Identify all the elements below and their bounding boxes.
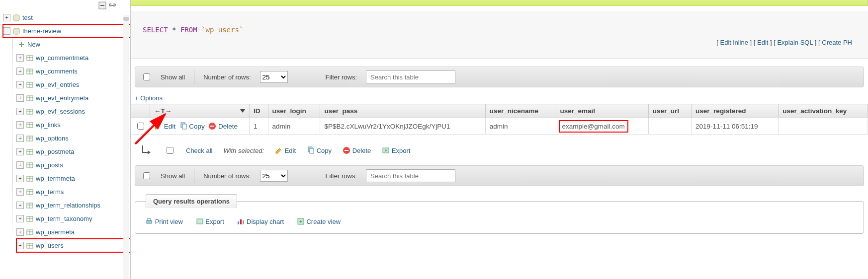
table-node[interactable]: +wp_usermeta: [16, 225, 130, 239]
options-toggle[interactable]: + Options: [135, 94, 163, 102]
table-icon: [26, 54, 34, 62]
show-all-checkbox[interactable]: [143, 172, 150, 179]
table-node[interactable]: +wp_terms: [16, 185, 130, 199]
table-label[interactable]: wp_usermeta: [36, 228, 75, 236]
create-php-link[interactable]: Create PH: [822, 39, 852, 46]
table-node[interactable]: +wp_postmeta: [16, 145, 130, 158]
collapse-icon[interactable]: [98, 1, 106, 9]
table-node[interactable]: +wp_term_taxonomy: [16, 212, 130, 225]
table-label[interactable]: wp_options: [36, 135, 69, 142]
row-delete-link[interactable]: Delete: [218, 123, 238, 130]
new-table-link[interactable]: New: [16, 38, 130, 51]
sort-desc-icon[interactable]: [240, 109, 245, 113]
num-rows-select[interactable]: 25: [260, 71, 288, 83]
table-node[interactable]: +wp_options: [16, 132, 130, 145]
expand-icon[interactable]: +: [16, 68, 24, 75]
display-chart-link[interactable]: Display chart: [247, 218, 284, 225]
link-icon[interactable]: [108, 1, 116, 9]
num-rows-select[interactable]: 25: [260, 170, 288, 182]
col-user_email[interactable]: user_email: [556, 104, 648, 118]
expand-icon[interactable]: +: [16, 81, 24, 88]
table-label[interactable]: wp_evf_entries: [36, 81, 79, 88]
col-user_registered[interactable]: user_registered: [692, 104, 779, 118]
expand-icon[interactable]: +: [16, 148, 24, 155]
filter-input[interactable]: [366, 169, 455, 182]
show-all-label: Show all: [161, 73, 185, 81]
table-icon: [26, 94, 34, 102]
expand-icon[interactable]: +: [16, 215, 24, 222]
table-label[interactable]: wp_posts: [36, 161, 63, 169]
table-node[interactable]: +wp_posts: [16, 158, 130, 172]
table-label[interactable]: wp_comments: [36, 68, 78, 75]
print-view-link[interactable]: Print view: [155, 218, 183, 225]
edit-inline-link[interactable]: Edit inline: [720, 39, 748, 46]
row-copy-link[interactable]: Copy: [189, 123, 205, 130]
cell-user_registered: 2019-11-11 06:51:19: [692, 118, 779, 135]
table-label[interactable]: wp_termmeta: [36, 175, 75, 182]
col-user_activation_key[interactable]: user_activation_key: [779, 104, 868, 118]
table-node[interactable]: +wp_termmeta: [16, 172, 130, 185]
col-id[interactable]: ID: [250, 104, 268, 118]
db-label[interactable]: test: [22, 14, 33, 21]
table-node-wp_users[interactable]: + wp_users: [16, 239, 130, 252]
table-label[interactable]: wp_users: [36, 242, 64, 249]
db-node-theme-review[interactable]: − theme-review: [3, 24, 130, 38]
expand-icon[interactable]: +: [16, 242, 24, 249]
table-label[interactable]: wp_term_relationships: [36, 202, 100, 209]
table-label[interactable]: wp_postmeta: [36, 148, 74, 155]
sql-query-box: SELECT * FROM `wp_users` [ Edit inline ]…: [131, 11, 868, 59]
check-all-checkbox[interactable]: [167, 147, 174, 154]
db-node-test[interactable]: + test: [3, 11, 130, 24]
expand-icon[interactable]: +: [16, 175, 24, 182]
col-user_login[interactable]: user_login: [268, 104, 320, 118]
table-node[interactable]: +wp_comments: [16, 65, 130, 78]
table-node[interactable]: +wp_evf_sessions: [16, 105, 130, 118]
expand-icon[interactable]: +: [16, 202, 24, 209]
create-view-link[interactable]: Create view: [306, 218, 341, 225]
col-user_nicename[interactable]: user_nicename: [485, 104, 556, 118]
table-node[interactable]: +wp_term_relationships: [16, 199, 130, 212]
table-label[interactable]: wp_terms: [36, 188, 64, 196]
table-label[interactable]: wp_evf_sessions: [36, 108, 85, 115]
db-label[interactable]: theme-review: [22, 27, 61, 35]
expand-icon[interactable]: +: [16, 161, 24, 169]
table-label[interactable]: wp_term_taxonomy: [36, 215, 92, 222]
select-arrow-icon: [140, 143, 154, 157]
main-panel: SELECT * FROM `wp_users` [ Edit inline ]…: [131, 0, 868, 279]
bulk-edit-link[interactable]: Edit: [285, 147, 296, 154]
bulk-export-link[interactable]: Export: [392, 147, 411, 154]
expand-icon[interactable]: +: [16, 188, 24, 196]
expand-icon[interactable]: +: [16, 121, 24, 129]
col-user_url[interactable]: user_url: [648, 104, 691, 118]
expand-icon[interactable]: +: [16, 94, 24, 102]
export-link[interactable]: Export: [205, 218, 224, 225]
table-node[interactable]: +wp_evf_entries: [16, 78, 130, 91]
expand-icon[interactable]: +: [3, 14, 10, 21]
table-node[interactable]: +wp_evf_entrymeta: [16, 91, 130, 105]
table-label[interactable]: wp_links: [36, 121, 61, 129]
sidebar-scrollbar[interactable]: [123, 15, 129, 279]
create-view-icon: +: [297, 217, 305, 225]
check-all-link[interactable]: Check all: [186, 147, 212, 154]
show-all-checkbox[interactable]: [143, 73, 150, 80]
svg-rect-6: [21, 42, 22, 47]
expand-icon[interactable]: +: [16, 108, 24, 115]
expand-icon[interactable]: +: [16, 228, 24, 236]
bulk-delete-link[interactable]: Delete: [352, 147, 371, 154]
row-checkbox[interactable]: [137, 123, 144, 130]
table-label[interactable]: wp_commentmeta: [36, 54, 88, 62]
bulk-copy-link[interactable]: Copy: [317, 147, 332, 154]
table-node[interactable]: +wp_links: [16, 118, 130, 132]
row-edit-link[interactable]: Edit: [164, 123, 175, 130]
table-label[interactable]: wp_evf_entrymeta: [36, 94, 88, 102]
explain-sql-link[interactable]: Explain SQL: [777, 39, 813, 46]
collapse-icon[interactable]: −: [3, 27, 10, 35]
col-user_pass[interactable]: user_pass: [320, 104, 485, 118]
expand-icon[interactable]: +: [16, 54, 24, 62]
new-label[interactable]: New: [27, 41, 40, 48]
filter-input[interactable]: [366, 70, 455, 83]
expand-icon[interactable]: +: [16, 135, 24, 142]
table-node[interactable]: +wp_commentmeta: [16, 51, 130, 65]
edit-link[interactable]: Edit: [757, 39, 768, 46]
copy-icon: [179, 122, 187, 130]
